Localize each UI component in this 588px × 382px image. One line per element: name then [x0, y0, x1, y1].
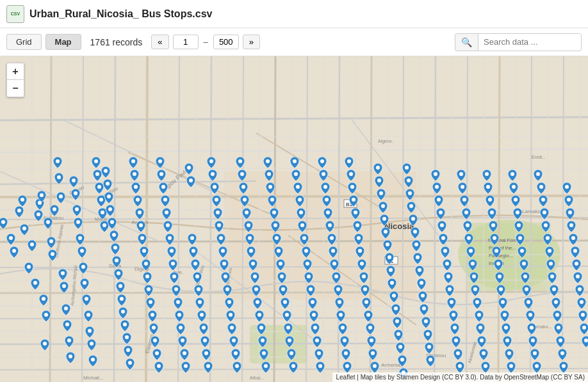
bus-stop-marker[interactable]: [319, 170, 328, 181]
bus-stop-marker[interactable]: [72, 205, 81, 216]
bus-stop-marker[interactable]: [498, 298, 507, 309]
bus-stop-marker[interactable]: [238, 170, 247, 181]
bus-stop-marker[interactable]: [84, 310, 93, 322]
bus-stop-marker[interactable]: [74, 218, 83, 229]
bus-stop-marker[interactable]: [441, 246, 450, 258]
bus-stop-marker[interactable]: [432, 182, 441, 194]
bus-stop-marker[interactable]: [443, 259, 452, 271]
bus-stop-marker[interactable]: [425, 342, 434, 354]
bus-stop-marker[interactable]: [20, 224, 29, 235]
bus-stop-marker[interactable]: [172, 285, 181, 296]
bus-stop-marker[interactable]: [226, 310, 235, 322]
bus-stop-marker[interactable]: [327, 234, 336, 245]
bus-stop-marker[interactable]: [104, 192, 113, 203]
bus-stop-marker[interactable]: [572, 259, 581, 271]
bus-stop-marker[interactable]: [466, 246, 475, 258]
bus-stop-marker[interactable]: [302, 246, 311, 258]
zoom-in-button[interactable]: +: [7, 63, 24, 80]
bus-stop-marker[interactable]: [47, 237, 56, 248]
map-container[interactable]: Agiou Pavlou Grigori Arxentiou Kyriakou …: [0, 56, 588, 382]
bus-stop-marker[interactable]: [347, 170, 355, 181]
bus-stop-marker[interactable]: [242, 208, 251, 219]
tab-grid[interactable]: Grid: [6, 34, 42, 50]
bus-stop-marker[interactable]: [152, 349, 161, 360]
bus-stop-marker[interactable]: [452, 336, 461, 347]
bus-stop-marker[interactable]: [63, 320, 72, 331]
bus-stop-marker[interactable]: [103, 179, 112, 191]
bus-stop-marker[interactable]: [293, 182, 302, 194]
bus-stop-marker[interactable]: [578, 310, 587, 322]
bus-stop-marker[interactable]: [290, 157, 299, 168]
bus-stop-marker[interactable]: [215, 221, 224, 232]
bus-stop-marker[interactable]: [50, 205, 59, 216]
bus-stop-marker[interactable]: [391, 304, 400, 315]
bus-stop-marker[interactable]: [418, 291, 427, 303]
bus-stop-marker[interactable]: [259, 349, 268, 360]
bus-stop-marker[interactable]: [244, 221, 253, 232]
bus-stop-marker[interactable]: [170, 272, 179, 283]
bus-stop-marker[interactable]: [197, 310, 206, 322]
bus-stop-marker[interactable]: [470, 272, 478, 283]
bus-stop-marker[interactable]: [181, 362, 190, 373]
bus-stop-marker[interactable]: [148, 310, 157, 322]
bus-stop-marker[interactable]: [122, 333, 131, 344]
bus-stop-marker[interactable]: [126, 358, 135, 370]
bus-stop-marker[interactable]: [548, 272, 557, 283]
bus-stop-marker[interactable]: [434, 195, 443, 207]
bus-stop-marker[interactable]: [476, 323, 485, 335]
bus-stop-marker[interactable]: [516, 234, 525, 245]
bus-stop-marker[interactable]: [188, 234, 197, 245]
bus-stop-marker[interactable]: [79, 262, 88, 274]
bus-stop-marker[interactable]: [118, 307, 127, 319]
bus-stop-marker[interactable]: [309, 310, 318, 322]
bus-stop-marker[interactable]: [297, 208, 306, 219]
bus-stop-marker[interactable]: [92, 157, 101, 168]
bus-stop-marker[interactable]: [411, 227, 420, 239]
bus-stop-marker[interactable]: [144, 285, 153, 296]
bus-stop-marker[interactable]: [56, 192, 65, 203]
bus-stop-marker[interactable]: [318, 157, 327, 168]
bus-stop-marker[interactable]: [93, 170, 102, 181]
bus-stop-marker[interactable]: [175, 310, 184, 322]
bus-stop-marker[interactable]: [349, 195, 358, 207]
bus-stop-marker[interactable]: [569, 234, 578, 245]
bus-stop-marker[interactable]: [530, 349, 539, 360]
bus-stop-marker[interactable]: [258, 336, 267, 347]
bus-stop-marker[interactable]: [426, 355, 435, 367]
bus-stop-marker[interactable]: [71, 189, 80, 200]
bus-stop-marker[interactable]: [66, 352, 75, 363]
bus-stop-marker[interactable]: [65, 336, 74, 347]
bus-stop-marker[interactable]: [511, 195, 520, 207]
bus-stop-marker[interactable]: [464, 234, 473, 245]
bus-stop-marker[interactable]: [311, 323, 320, 335]
bus-stop-marker[interactable]: [479, 349, 488, 360]
bus-stop-marker[interactable]: [423, 330, 432, 341]
bus-stop-marker[interactable]: [131, 182, 140, 194]
bus-stop-marker[interactable]: [240, 195, 249, 207]
bus-stop-marker[interactable]: [42, 310, 51, 322]
bus-stop-marker[interactable]: [281, 298, 290, 309]
bus-stop-marker[interactable]: [404, 176, 413, 187]
bus-stop-marker[interactable]: [284, 323, 293, 335]
bus-stop-marker[interactable]: [220, 259, 229, 271]
bus-stop-marker[interactable]: [546, 259, 555, 271]
bus-stop-marker[interactable]: [194, 285, 203, 296]
bus-stop-marker[interactable]: [532, 362, 541, 373]
bus-stop-marker[interactable]: [505, 349, 514, 360]
bus-stop-marker[interactable]: [473, 298, 482, 309]
bus-stop-marker[interactable]: [340, 336, 349, 347]
bus-stop-marker[interactable]: [295, 195, 304, 207]
bus-stop-marker[interactable]: [195, 298, 204, 309]
bus-stop-marker[interactable]: [101, 166, 110, 178]
bus-stop-marker[interactable]: [379, 202, 388, 213]
bus-stop-marker[interactable]: [492, 246, 501, 258]
bus-stop-marker[interactable]: [453, 349, 462, 360]
bus-stop-marker[interactable]: [159, 182, 168, 194]
bus-stop-marker[interactable]: [335, 298, 344, 309]
bus-stop-marker[interactable]: [477, 336, 486, 347]
bus-stop-marker[interactable]: [396, 342, 405, 354]
bus-stop-marker[interactable]: [489, 221, 498, 232]
bus-stop-marker[interactable]: [130, 170, 139, 181]
bus-stop-marker[interactable]: [334, 285, 343, 296]
bus-stop-marker[interactable]: [111, 243, 120, 255]
